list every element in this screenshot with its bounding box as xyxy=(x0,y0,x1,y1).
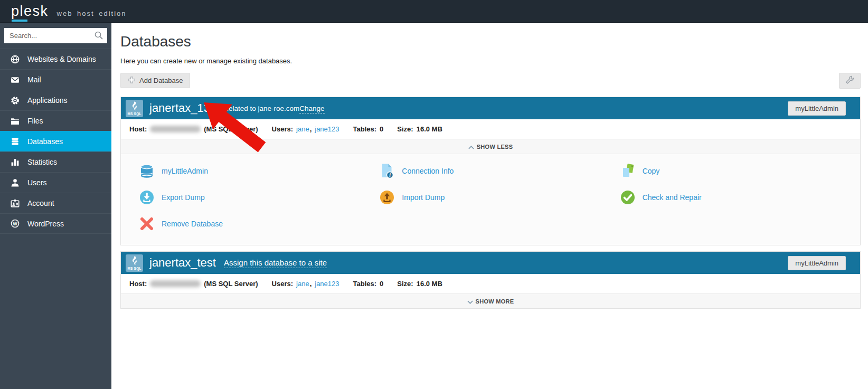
host-label: Host: xyxy=(129,280,147,288)
database-tools: myLittleAdmin i Connection Info Copy Exp… xyxy=(121,154,860,245)
host-group: Host: (MS SQL Server) xyxy=(129,125,258,133)
sidebar-item-account[interactable]: Account xyxy=(0,193,111,213)
page-title: Databases xyxy=(120,33,861,50)
show-more-label: SHOW MORE xyxy=(476,298,514,305)
sidebar-item-label: Files xyxy=(27,117,43,125)
chevron-down-icon xyxy=(467,300,473,304)
database-admin-icon xyxy=(139,163,155,179)
database-info-row: Host: (MS SQL Server) Users: jane, jane1… xyxy=(121,274,860,294)
add-database-button[interactable]: Add Database xyxy=(120,73,190,88)
main-content: Databases Here you can create new or man… xyxy=(111,23,868,389)
user-link-jane123[interactable]: jane123 xyxy=(315,125,339,133)
remove-database-icon xyxy=(139,216,155,232)
sidebar-item-statistics[interactable]: Statistics xyxy=(0,151,111,172)
tool-label[interactable]: Check and Repair xyxy=(643,193,702,202)
size-group: Size: 16.0 MB xyxy=(397,280,442,288)
copy-icon xyxy=(620,163,636,179)
database-card-janertax-132: MS SQL janertax_132 Related to jane-roe.… xyxy=(120,97,861,245)
mylittleadmin-button[interactable]: myLittleAdmin xyxy=(788,256,846,270)
mail-icon xyxy=(10,75,20,84)
sidebar-item-wordpress[interactable]: W WordPress xyxy=(0,213,111,234)
size-value: 16.0 MB xyxy=(417,125,442,133)
tool-label[interactable]: Import Dump xyxy=(402,193,445,202)
size-group: Size: 16.0 MB xyxy=(397,125,442,133)
plus-icon xyxy=(128,76,136,86)
bar-chart-icon xyxy=(10,158,20,166)
tool-import-dump[interactable]: Import Dump xyxy=(379,189,619,205)
database-card-header: MS SQL janertax_132 Related to jane-roe.… xyxy=(121,97,860,119)
id-card-icon xyxy=(10,199,20,207)
database-name: janertax_132 xyxy=(149,101,216,115)
tables-group: Tables: 0 xyxy=(353,125,384,133)
import-dump-icon xyxy=(379,189,395,205)
tool-check-and-repair[interactable]: Check and Repair xyxy=(620,189,860,205)
tables-group: Tables: 0 xyxy=(353,280,384,288)
sidebar-item-mail[interactable]: Mail xyxy=(0,69,111,90)
search-icon[interactable] xyxy=(94,31,103,42)
tables-label: Tables: xyxy=(353,280,377,288)
user-link-jane[interactable]: jane xyxy=(296,280,309,288)
users-group: Users: jane, jane123 xyxy=(272,280,339,288)
tool-remove-database[interactable]: Remove Database xyxy=(139,216,379,232)
toolbar: Add Database xyxy=(120,73,861,89)
mssql-icon: MS SQL xyxy=(126,100,143,117)
globe-icon xyxy=(10,55,20,63)
show-more-toggle[interactable]: SHOW MORE xyxy=(121,294,860,308)
database-name: janertax_test xyxy=(149,256,216,270)
tool-label[interactable]: Remove Database xyxy=(162,220,223,228)
tool-label[interactable]: Connection Info xyxy=(402,167,454,175)
host-value-redacted xyxy=(150,126,201,132)
host-group: Host: (MS SQL Server) xyxy=(129,280,258,288)
brand-underline xyxy=(12,20,27,22)
tool-label[interactable]: Export Dump xyxy=(162,193,205,202)
database-relation: Related to jane-roe.comChange xyxy=(223,105,324,112)
export-dump-icon xyxy=(139,189,155,205)
sidebar-item-label: Mail xyxy=(27,75,41,84)
assign-database-link[interactable]: Assign this database to a site xyxy=(224,258,327,268)
sidebar-item-users[interactable]: Users xyxy=(0,172,111,193)
host-label: Host: xyxy=(129,125,147,133)
tool-label[interactable]: myLittleAdmin xyxy=(162,167,208,175)
tables-value: 0 xyxy=(380,280,383,288)
sidebar: Websites & Domains Mail Applications Fil… xyxy=(0,23,111,389)
settings-wrench-button[interactable] xyxy=(839,73,861,89)
users-separator: , xyxy=(310,280,312,288)
search-box xyxy=(4,28,107,43)
plesk-logo: plesk web host edition xyxy=(11,4,126,18)
gear-icon xyxy=(10,96,20,105)
chevron-up-icon xyxy=(468,146,474,149)
tool-mylittleadmin[interactable]: myLittleAdmin xyxy=(139,163,379,179)
user-link-jane[interactable]: jane xyxy=(296,125,309,133)
tables-label: Tables: xyxy=(353,125,377,133)
mylittleadmin-button[interactable]: myLittleAdmin xyxy=(788,101,846,116)
search-input[interactable] xyxy=(4,28,107,43)
page-subtitle: Here you can create new or manage existi… xyxy=(120,57,861,65)
tables-value: 0 xyxy=(380,125,383,133)
size-value: 16.0 MB xyxy=(417,280,442,288)
sidebar-nav: Websites & Domains Mail Applications Fil… xyxy=(0,49,111,234)
host-server-type: (MS SQL Server) xyxy=(204,125,258,133)
tool-connection-info[interactable]: i Connection Info xyxy=(379,163,619,179)
database-icon xyxy=(10,137,20,146)
sidebar-item-label: Applications xyxy=(27,96,68,105)
brand-name: plesk xyxy=(11,4,49,18)
tool-copy[interactable]: Copy xyxy=(620,163,860,179)
user-link-jane123[interactable]: jane123 xyxy=(315,280,339,288)
database-card-header: MS SQL janertax_test Assign this databas… xyxy=(121,252,860,274)
sidebar-item-applications[interactable]: Applications xyxy=(0,90,111,110)
sidebar-item-label: WordPress xyxy=(27,220,64,228)
users-group: Users: jane, jane123 xyxy=(272,125,339,133)
change-relation-link[interactable]: Change xyxy=(299,105,324,113)
sidebar-item-websites-domains[interactable]: Websites & Domains xyxy=(0,49,111,69)
mssql-glyph xyxy=(126,255,143,269)
folder-icon xyxy=(10,117,20,125)
show-less-toggle[interactable]: SHOW LESS xyxy=(121,139,860,154)
edition-label: web host edition xyxy=(57,10,127,17)
tool-export-dump[interactable]: Export Dump xyxy=(139,189,379,205)
users-label: Users: xyxy=(272,125,293,133)
tool-label[interactable]: Copy xyxy=(643,167,660,175)
sidebar-item-databases[interactable]: Databases xyxy=(0,131,111,151)
database-info-row: Host: (MS SQL Server) Users: jane, jane1… xyxy=(121,119,860,139)
sidebar-item-files[interactable]: Files xyxy=(0,110,111,131)
show-less-label: SHOW LESS xyxy=(477,144,513,150)
